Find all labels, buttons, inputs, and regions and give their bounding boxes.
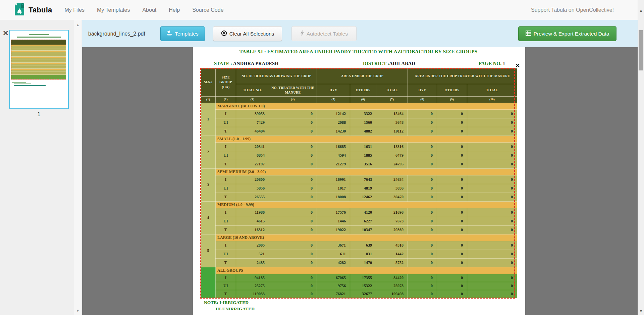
autodetect-label: Autodetect Tables <box>307 31 348 37</box>
open-filename: background_lines_2.pdf <box>88 31 145 37</box>
remove-file-icon[interactable]: ✕ <box>3 30 9 37</box>
sidebar-scroll-down-icon[interactable]: ▼ <box>76 309 80 313</box>
navbar: Tabula My Files My Templates About Help … <box>0 0 644 20</box>
export-table-icon <box>526 31 531 37</box>
sidebar-scrollbar[interactable]: ▲ ▼ <box>74 20 82 315</box>
pageno-label: PAGE NO. <box>479 61 501 66</box>
tabula-brand[interactable]: Tabula <box>14 3 52 17</box>
templates-label: Templates <box>175 31 199 37</box>
nav-my-files[interactable]: My Files <box>64 7 85 13</box>
autodetect-tables-button[interactable]: Autodetect Tables <box>291 26 357 41</box>
district-value: ADILABAD <box>389 61 415 66</box>
nav-source-code[interactable]: Source Code <box>192 7 223 13</box>
pdf-note-line1: NOTE: I-IRRIGATED <box>204 300 249 305</box>
templates-icon <box>167 31 172 37</box>
pageno-value: 1 <box>503 61 505 66</box>
nav-help[interactable]: Help <box>169 7 180 13</box>
selection-close-icon[interactable]: ✕ <box>516 62 520 69</box>
sidebar-scroll-up-icon[interactable]: ▲ <box>76 23 80 27</box>
pdf-workspace: TABLE 5J : ESTIMATED AREA UNDER PADDY TR… <box>82 47 638 315</box>
thumbnail-page-number: 1 <box>9 111 69 118</box>
page-scrollbar[interactable]: ▲ ▼ <box>638 0 644 315</box>
scroll-down-icon[interactable]: ▼ <box>639 309 643 313</box>
nav-about[interactable]: About <box>142 7 156 13</box>
thumb-subtitle-line <box>17 37 61 38</box>
thumb-note-line <box>12 82 26 83</box>
support-opencollective-link[interactable]: Support Tabula on OpenCollective! <box>531 7 614 13</box>
pdf-page[interactable]: TABLE 5J : ESTIMATED AREA UNDER PADDY TR… <box>193 47 525 315</box>
thumb-note-line <box>14 84 31 84</box>
pdf-state-line: STATE : ANDHRA PRADESH <box>214 61 278 66</box>
state-label: STATE : <box>214 61 232 66</box>
clear-all-selections-button[interactable]: Clear All Selections <box>213 26 282 41</box>
pdf-table-title: TABLE 5J : ESTIMATED AREA UNDER PADDY TR… <box>193 49 525 55</box>
state-value: ANDHRA PRADESH <box>233 61 279 66</box>
main-nav: My Files My Templates About Help Source … <box>64 7 236 13</box>
tabula-logo-icon <box>14 3 25 17</box>
pdf-district-line: DISTRICT :ADILABAD <box>363 61 415 66</box>
district-label: DISTRICT : <box>363 61 389 66</box>
brand-name[interactable]: Tabula <box>29 6 52 14</box>
thumb-note-line <box>14 85 46 86</box>
clear-selections-icon <box>221 30 227 38</box>
pdf-pageno-line: PAGE NO. 1 <box>479 61 505 66</box>
table-selection-box[interactable]: ✕ <box>200 68 515 299</box>
scrollbar-thumb[interactable] <box>639 30 643 70</box>
preview-export-button[interactable]: Preview & Export Extracted Data <box>518 26 616 41</box>
page-thumbnail[interactable] <box>9 30 69 109</box>
autodetect-bolt-icon <box>300 30 304 37</box>
thumb-title-line <box>29 34 49 35</box>
thumb-mini-table <box>11 40 66 80</box>
nav-my-templates[interactable]: My Templates <box>97 7 130 13</box>
thumb-selection-outline <box>11 40 66 80</box>
scroll-up-icon[interactable]: ▲ <box>639 9 643 12</box>
pdf-note-line2: UI-UNIRRIGATED <box>216 306 255 312</box>
clear-selections-label: Clear All Selections <box>229 31 274 37</box>
export-label: Preview & Export Extracted Data <box>534 31 609 37</box>
toolbar: background_lines_2.pdf Templates Clear A… <box>82 20 638 47</box>
templates-button[interactable]: Templates <box>160 26 205 41</box>
page-sidebar: ✕ 1 ▲ ▼ <box>0 20 82 315</box>
